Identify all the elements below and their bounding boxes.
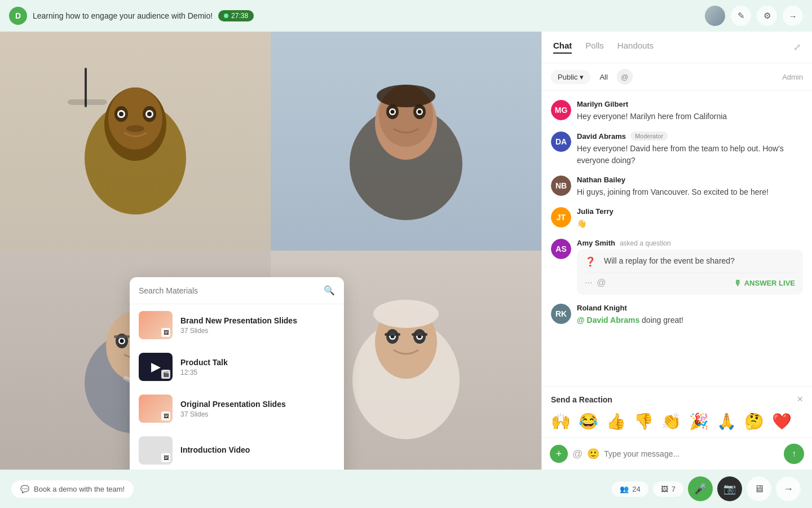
- material-item[interactable]: ▶ 🎬 Product Talk 12:35: [130, 346, 344, 388]
- book-demo-label: Book a demo with the team!: [34, 485, 125, 493]
- chat-input[interactable]: [604, 449, 779, 458]
- reaction-emoji-1[interactable]: 😂: [579, 412, 598, 431]
- avatar-circle: NB: [551, 176, 571, 196]
- msg-header: Roland Knight: [577, 304, 803, 312]
- material-thumb: 🖼: [139, 395, 173, 423]
- avatar-circle: DA: [551, 132, 571, 152]
- msg-text: 👋: [577, 218, 803, 230]
- msg-group: JT Julia Terry 👋: [551, 207, 803, 230]
- svg-rect-11: [68, 99, 107, 105]
- person1-svg: [68, 68, 203, 214]
- material-info: Original Presentation Slides 37 Slides: [180, 400, 335, 418]
- search-input[interactable]: [139, 286, 319, 295]
- tab-chat[interactable]: Chat: [553, 41, 572, 54]
- svg-rect-30: [114, 335, 130, 338]
- svg-point-18: [391, 110, 395, 114]
- exit-button[interactable]: →: [783, 6, 803, 26]
- material-item[interactable]: 🖼 Brand New Presentation Slides 37 Slide…: [130, 304, 344, 346]
- moderator-badge: Moderator: [630, 132, 668, 141]
- reaction-emoji-6[interactable]: 🙏: [717, 412, 736, 431]
- material-thumb: ▶ 🎬: [139, 353, 173, 381]
- screen-share-button[interactable]: 🖥: [747, 476, 771, 501]
- material-item[interactable]: 🖼 Original Presentation Slides 37 Slides: [130, 388, 344, 430]
- public-filter-dropdown[interactable]: Public ▾: [551, 70, 590, 84]
- msg-group: AS Amy Smith asked a question ❓ Will a r…: [551, 239, 803, 295]
- thumb-type-icon: 🖼: [161, 411, 170, 421]
- answer-live-button[interactable]: 🎙 ANSWER LIVE: [734, 279, 795, 287]
- svg-point-9: [126, 125, 144, 132]
- video-area: 🔍 🖼 Brand New Presentation Slides 37 Sli…: [0, 32, 541, 470]
- msg-author: Roland Knight: [577, 304, 627, 312]
- top-bar-left: D Learning how to engage your audience w…: [9, 7, 254, 25]
- reaction-emoji-4[interactable]: 👏: [661, 412, 681, 431]
- material-name: Product Talk: [180, 358, 335, 367]
- reaction-emoji-7[interactable]: 🤔: [744, 412, 764, 431]
- leave-button[interactable]: →: [776, 476, 801, 501]
- material-info: Introduction Video: [180, 445, 335, 456]
- question-actions: ··· @ 🎙 ANSWER LIVE: [585, 273, 795, 288]
- attendees-badge[interactable]: 👥 24: [612, 481, 648, 497]
- svg-rect-41: [412, 333, 427, 336]
- expand-icon[interactable]: ⤢: [793, 42, 801, 52]
- all-filter-option[interactable]: All: [595, 70, 612, 84]
- reaction-close-button[interactable]: ×: [797, 393, 803, 405]
- public-label: Public: [558, 73, 577, 81]
- reaction-panel: Send a Reaction × 🙌😂👍👎👏🎉🙏🤔❤️: [542, 386, 812, 437]
- msg-content: Roland Knight @ David Abrams doing great…: [577, 304, 803, 326]
- material-item[interactable]: 🖼 Introduction Video: [130, 430, 344, 470]
- search-bar: 🔍: [130, 277, 344, 304]
- timer-value: 27:38: [231, 12, 248, 20]
- msg-author: Nathan Bailey: [577, 176, 625, 184]
- svg-point-42: [373, 300, 439, 328]
- add-message-button[interactable]: +: [550, 445, 568, 463]
- material-name: Original Presentation Slides: [180, 400, 335, 409]
- msg-header: Marilyn Gilbert: [577, 100, 803, 108]
- msg-text: Hey everyone! David here from the team t…: [577, 143, 803, 167]
- msg-text: Hey everyone! Marilyn here from Californ…: [577, 111, 803, 122]
- more-icon[interactable]: ···: [585, 278, 592, 288]
- camera-button[interactable]: 📷: [717, 476, 742, 501]
- msg-header: Nathan Bailey: [577, 176, 803, 184]
- msg-content: Marilyn Gilbert Hey everyone! Marilyn he…: [577, 100, 803, 122]
- chat-input-area: + @ 🙂 ↑: [542, 437, 812, 470]
- msg-text: Hi guys, joining from Vancouver. So exci…: [577, 186, 803, 198]
- at-filter-button[interactable]: @: [617, 69, 633, 85]
- material-info: Product Talk 12:35: [180, 358, 335, 376]
- material-meta: 37 Slides: [180, 327, 335, 335]
- at-mention-icon[interactable]: @: [572, 448, 582, 460]
- reaction-title: Send a Reaction: [551, 395, 612, 404]
- materials-icon: 🖼: [661, 485, 668, 493]
- book-demo-button[interactable]: 💬 Book a demo with the team!: [11, 480, 134, 498]
- msg-group: MG Marilyn Gilbert Hey everyone! Marilyn…: [551, 100, 803, 122]
- materials-badge[interactable]: 🖼 7: [653, 481, 683, 497]
- tab-handouts[interactable]: Handouts: [617, 41, 654, 54]
- svg-point-20: [418, 110, 422, 114]
- material-info: Brand New Presentation Slides 37 Slides: [180, 316, 335, 335]
- svg-point-8: [147, 112, 152, 116]
- bottom-bar: 💬 Book a demo with the team! 👥 24 🖼 7 🎤 …: [0, 470, 812, 508]
- reaction-emoji-0[interactable]: 🙌: [551, 412, 571, 431]
- material-meta: 12:35: [180, 369, 335, 376]
- avatar-circle: JT: [551, 207, 571, 227]
- msg-avatar: AS: [551, 239, 571, 259]
- question-bubble: ❓ Will a replay for the event be shared?…: [577, 249, 803, 295]
- pencil-button[interactable]: ✎: [731, 6, 751, 26]
- at-icon[interactable]: @: [597, 278, 606, 288]
- question-icon: ❓: [585, 256, 596, 267]
- reaction-emoji-8[interactable]: ❤️: [772, 412, 792, 431]
- avatar-circle: AS: [551, 239, 571, 259]
- reaction-emoji-2[interactable]: 👍: [606, 412, 626, 431]
- svg-point-21: [377, 85, 435, 107]
- settings-button[interactable]: ⚙: [757, 6, 777, 26]
- question-text: Will a replay for the event be shared?: [604, 256, 735, 265]
- admin-filter-label: Admin: [782, 73, 803, 81]
- send-button[interactable]: ↑: [784, 444, 804, 464]
- mic-button[interactable]: 🎤: [688, 476, 713, 501]
- search-icon: 🔍: [324, 285, 335, 296]
- session-title: Learning how to engage your audience wit…: [33, 11, 213, 20]
- tab-polls[interactable]: Polls: [585, 41, 604, 54]
- main-content: 🔍 🖼 Brand New Presentation Slides 37 Sli…: [0, 32, 812, 470]
- reaction-emoji-3[interactable]: 👎: [634, 412, 654, 431]
- emoji-picker-icon[interactable]: 🙂: [587, 448, 599, 460]
- reaction-emoji-5[interactable]: 🎉: [689, 412, 709, 431]
